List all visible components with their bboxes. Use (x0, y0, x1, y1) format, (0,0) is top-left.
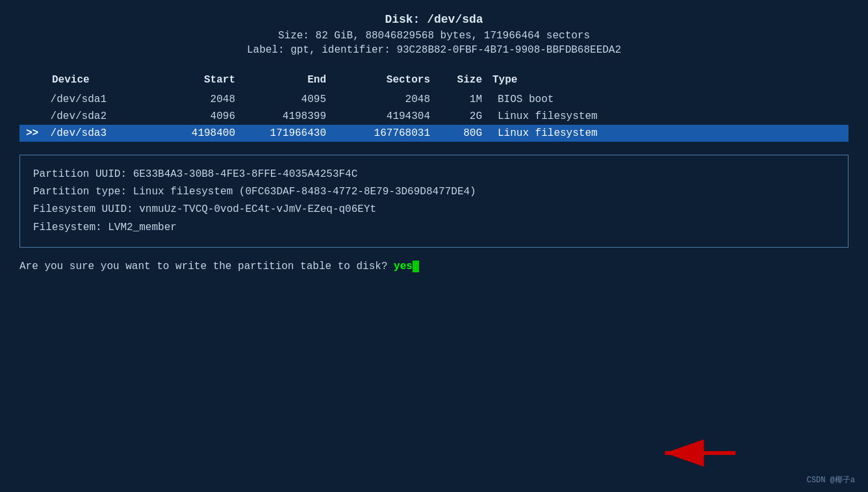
col-header-type: Type (487, 71, 849, 91)
cell-size: 2G (435, 108, 487, 125)
terminal: Disk: /dev/sda Size: 82 GiB, 88046829568… (0, 0, 868, 492)
info-box-line: Filesystem: LVM2_member (33, 219, 835, 237)
cell-indicator-device: >> /dev/sda3 (19, 125, 149, 142)
watermark: CSDN @椰子a (807, 474, 855, 486)
header-section: Disk: /dev/sda Size: 82 GiB, 88046829568… (19, 13, 849, 56)
cell-end: 171966430 (240, 125, 331, 142)
cell-device: /dev/sda2 (51, 110, 107, 122)
cell-type: Linux filesystem (487, 108, 849, 125)
info-box-line: Partition UUID: 6E33B4A3-30B8-4FE3-8FFE-… (33, 166, 835, 183)
cell-type: BIOS boot (487, 91, 849, 108)
info-box: Partition UUID: 6E33B4A3-30B8-4FE3-8FFE-… (19, 155, 849, 248)
col-header-end: End (240, 71, 331, 91)
partition-table: Device Start End Sectors Size Type /dev/… (19, 71, 849, 142)
cell-device: /dev/sda1 (51, 94, 107, 105)
cell-end: 4095 (240, 91, 331, 108)
col-header-device: Device (19, 71, 149, 91)
cell-device: /dev/sda3 (51, 127, 107, 139)
cursor (413, 261, 419, 272)
cell-indicator-device: /dev/sda1 (19, 91, 149, 108)
arrow-container (660, 437, 738, 469)
cell-start: 4096 (149, 108, 240, 125)
col-header-start: Start (149, 71, 240, 91)
disk-size-line: Size: 82 GiB, 88046829568 bytes, 1719664… (19, 30, 849, 42)
cell-sectors: 2048 (331, 91, 435, 108)
disk-title: Disk: /dev/sda (19, 13, 849, 26)
info-box-line: Filesystem UUID: vnmuUz-TVCQ-0vod-EC4t-v… (33, 201, 835, 218)
cell-start: 4198400 (149, 125, 240, 142)
prompt-line: Are you sure you want to write the parti… (19, 261, 849, 272)
cell-size: 80G (435, 125, 487, 142)
cell-end: 4198399 (240, 108, 331, 125)
cell-start: 2048 (149, 91, 240, 108)
table-row[interactable]: /dev/sda2 4096 4198399 4194304 2G Linux … (19, 108, 849, 125)
table-row[interactable]: >> /dev/sda3 4198400 171966430 167768031… (19, 125, 849, 142)
cell-sectors: 4194304 (331, 108, 435, 125)
cell-size: 1M (435, 91, 487, 108)
disk-label-line: Label: gpt, identifier: 93C28B82-0FBF-4B… (19, 44, 849, 56)
table-row[interactable]: /dev/sda1 2048 4095 2048 1M BIOS boot (19, 91, 849, 108)
info-box-line: Partition type: Linux filesystem (0FC63D… (33, 183, 835, 201)
cell-type: Linux filesystem (487, 125, 849, 142)
cell-indicator-device: /dev/sda2 (19, 108, 149, 125)
row-indicator: >> (26, 127, 42, 139)
partition-rows: /dev/sda1 2048 4095 2048 1M BIOS boot /d… (19, 91, 849, 142)
arrow-icon (660, 437, 738, 469)
prompt-answer: yes (394, 261, 413, 272)
col-header-sectors: Sectors (331, 71, 435, 91)
table-header-row: Device Start End Sectors Size Type (19, 71, 849, 91)
cell-sectors: 167768031 (331, 125, 435, 142)
prompt-question: Are you sure you want to write the parti… (19, 261, 388, 272)
col-header-size: Size (435, 71, 487, 91)
